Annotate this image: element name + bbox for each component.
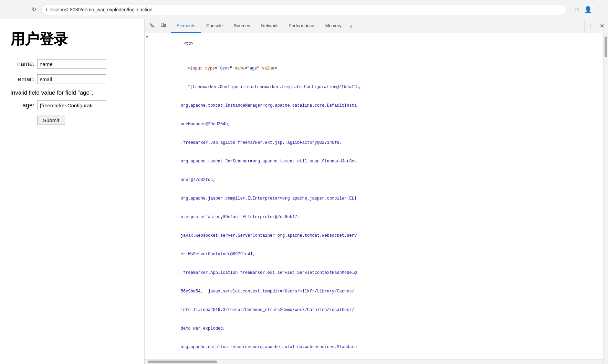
ellipsis-button[interactable]: ... <box>146 53 155 58</box>
tab-sources-label: Sources <box>234 23 250 28</box>
submit-button[interactable]: Submit <box>37 116 65 125</box>
html-line-td: ▼ <td> <box>145 34 603 53</box>
val13-code: IntelliJIdea2019.3/tomcat/Unnamed_struts… <box>146 301 602 319</box>
h-scrollbar-thumb <box>148 361 217 363</box>
horizontal-scrollbar[interactable] <box>145 359 603 364</box>
expand-td-icon[interactable]: ▼ <box>146 35 148 39</box>
val4-code: .freemarker.JspTaglibs=freemarker.ext.js… <box>146 133 602 152</box>
devtools-content-wrapper: ▼ <td> ... <input type="text" name="age" <box>145 33 608 364</box>
inspect-element-button[interactable] <box>147 21 157 31</box>
v-scrollbar-thumb <box>605 36 607 57</box>
vertical-scrollbar[interactable] <box>603 33 608 364</box>
devtools-panel: Elements Console Sources Network Perform… <box>145 19 608 364</box>
name-input[interactable] <box>37 59 106 69</box>
html-line-val5: org.apache.tomcat.JarScanner=org.apache.… <box>145 152 603 171</box>
submit-row: Submit <box>10 116 134 125</box>
main-area: 用户登录 name: email: Invalid field value fo… <box>0 19 608 364</box>
html-line-val3: nceManager@29cd204b, <box>145 115 603 133</box>
val9-code: javax.websocket.server.ServerContainer=o… <box>146 226 602 245</box>
device-icon <box>160 23 166 30</box>
tab-overflow-button[interactable]: » <box>347 19 355 33</box>
chrome-actions: ☆ 👤 ⋮ <box>572 5 604 14</box>
tab-performance-label: Performance <box>289 23 314 28</box>
devtools-left-icons <box>145 19 171 33</box>
tab-memory-label: Memory <box>325 23 342 28</box>
email-row: email: <box>10 74 134 84</box>
devtools-right-icons: ⋮ ✕ <box>584 19 608 33</box>
html-line-val13: IntelliJIdea2019.3/tomcat/Unnamed_struts… <box>145 301 603 319</box>
bookmark-button[interactable]: ☆ <box>572 5 582 14</box>
tab-network-label: Network <box>261 23 278 28</box>
bookmark-icon: ☆ <box>574 6 580 13</box>
address-bar[interactable]: ℹ localhost:8080/demo_war_exploded/login… <box>41 4 567 15</box>
reload-button[interactable]: ↻ <box>29 5 39 14</box>
name-label: name: <box>10 61 34 68</box>
html-line-val4: .freemarker.JspTaglibs=freemarker.ext.js… <box>145 133 603 152</box>
val15-code: org.apache.catalina.resources=org.apache… <box>146 338 602 356</box>
html-line-val8: nterpreterFactory$DefaultELInterpreter@2… <box>145 208 603 226</box>
chrome-more-button[interactable]: ⋮ <box>594 5 604 14</box>
tab-sources[interactable]: Sources <box>228 19 256 33</box>
html-line-val16: Root@1cd8e16f, org.apache.catalina.jsp_c… <box>145 356 603 359</box>
input-code: <input type="text" name="age" value= <box>153 59 602 78</box>
email-input[interactable] <box>37 74 106 84</box>
close-icon: ✕ <box>600 23 604 29</box>
html-line-input: <input type="text" name="age" value= <box>145 59 603 78</box>
devtools-more-button[interactable]: ⋮ <box>586 21 596 31</box>
html-panel: ▼ <td> ... <input type="text" name="age" <box>145 33 603 364</box>
forward-button[interactable]: → <box>17 5 26 14</box>
age-row: age: <box>10 100 134 110</box>
devtools-more-icon: ⋮ <box>588 23 594 29</box>
html-line-val6: nner@77d32fdc, <box>145 171 603 189</box>
val2-code: org.apache.tomcat.InstanceManager=org.ap… <box>146 96 602 115</box>
devtools-close-button[interactable]: ✕ <box>597 21 607 31</box>
html-line-val1: "{freemarker.Configuration=freemarker.te… <box>145 78 603 96</box>
tab-console-label: Console <box>206 23 223 28</box>
profile-button[interactable]: 👤 <box>583 5 593 14</box>
val10-code: er.WsServerContainer@69791c41, <box>146 245 602 264</box>
td-tag-code: <td> <box>149 34 602 53</box>
val3-code: nceManager@29cd204b, <box>146 115 602 133</box>
html-line-ellipsis: ... <box>145 53 603 59</box>
devtools-tabs: Elements Console Sources Network Perform… <box>171 19 584 33</box>
html-line-val2: org.apache.tomcat.InstanceManager=org.ap… <box>145 96 603 115</box>
email-label: email: <box>10 76 34 83</box>
forward-icon: → <box>19 7 24 13</box>
html-line-val15: org.apache.catalina.resources=org.apache… <box>145 338 603 356</box>
inspect-icon <box>149 23 155 30</box>
devtools-toolbar: Elements Console Sources Network Perform… <box>145 19 608 33</box>
age-input[interactable] <box>37 100 106 110</box>
page-area: 用户登录 name: email: Invalid field value fo… <box>0 19 145 364</box>
reload-icon: ↻ <box>32 6 36 13</box>
html-line-val12: 56e9ba54, javax.servlet.context.tempdir=… <box>145 282 603 301</box>
tab-console[interactable]: Console <box>201 19 228 33</box>
html-content[interactable]: ▼ <td> ... <input type="text" name="age" <box>145 33 603 359</box>
val8-code: nterpreterFactory$DefaultELInterpreter@2… <box>146 208 602 226</box>
val6-code: nner@77d32fdc, <box>146 171 602 189</box>
error-message: Invalid field value for field "age". <box>10 89 134 96</box>
tab-memory[interactable]: Memory <box>320 19 347 33</box>
chrome-more-icon: ⋮ <box>596 6 602 13</box>
tab-network[interactable]: Network <box>256 19 283 33</box>
val16-code: Root@1cd8e16f, org.apache.catalina.jsp_c… <box>146 356 602 359</box>
tab-performance[interactable]: Performance <box>283 19 319 33</box>
tab-elements-label: Elements <box>177 23 195 28</box>
device-toolbar-button[interactable] <box>158 21 168 31</box>
html-line-val14: demo_war_exploded, <box>145 319 603 338</box>
back-button[interactable]: ← <box>4 5 14 14</box>
html-line-val7: org.apache.jasper.compiler.ELInterpreter… <box>145 189 603 208</box>
val1-code: "{freemarker.Configuration=freemarker.te… <box>153 78 602 96</box>
browser-chrome: ← → ↻ ℹ localhost:8080/demo_war_exploded… <box>0 0 608 19</box>
overflow-icon: » <box>350 23 353 29</box>
svg-rect-1 <box>164 24 166 26</box>
security-icon: ℹ <box>46 7 48 12</box>
tab-elements[interactable]: Elements <box>171 19 201 33</box>
html-line-val10: er.WsServerContainer@69791c41, <box>145 245 603 264</box>
val12-code: 56e9ba54, javax.servlet.context.tempdir=… <box>146 282 602 301</box>
profile-icon: 👤 <box>584 6 592 13</box>
val5-code: org.apache.tomcat.JarScanner=org.apache.… <box>146 152 602 171</box>
html-line-val11: .freemarker.Application=freemarker.ext.s… <box>145 264 603 282</box>
val14-code: demo_war_exploded, <box>146 319 602 338</box>
val7-code: org.apache.jasper.compiler.ELInterpreter… <box>146 189 602 208</box>
name-row: name: <box>10 59 134 69</box>
